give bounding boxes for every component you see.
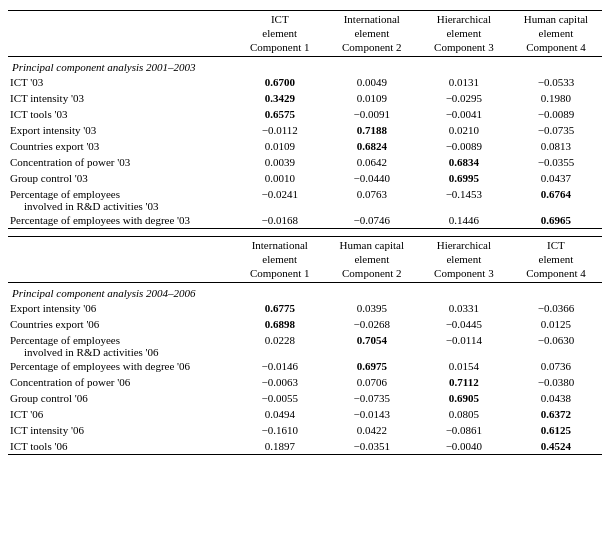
section-title-1: Principal component analysis 2001–2003 xyxy=(8,57,602,75)
col3-top: Hierarchical xyxy=(418,11,510,26)
table-row: Percentage of employees with degree '03 … xyxy=(8,212,602,229)
col2-top: International xyxy=(326,11,418,26)
table-row: Percentage of employees involved in R&D … xyxy=(8,332,602,358)
t2-col4-top: ICT xyxy=(510,237,602,252)
t2-col1-top: International xyxy=(234,237,326,252)
table-row: Export intensity '03 −0.0112 0.7188 0.02… xyxy=(8,122,602,138)
table-row: Group control '06 −0.0055 −0.0735 0.6905… xyxy=(8,390,602,406)
t2-comp1: Component 1 xyxy=(234,265,326,283)
main-table: ICT International Hierarchical Human cap… xyxy=(8,10,602,455)
table-row: ICT '03 0.6700 0.0049 0.0131 −0.0533 xyxy=(8,74,602,90)
table-row: ICT intensity '06 −0.1610 0.0422 −0.0861… xyxy=(8,422,602,438)
t2-comp4: Component 4 xyxy=(510,265,602,283)
table-row: Countries export '03 0.0109 0.6824 −0.00… xyxy=(8,138,602,154)
section-title-2: Principal component analysis 2004–2006 xyxy=(8,283,602,301)
table-row: Percentage of employees with degree '06 … xyxy=(8,358,602,374)
t2-col2-bottom: element xyxy=(326,251,418,265)
t2-comp3: Component 3 xyxy=(418,265,510,283)
t2-col4-bottom: element xyxy=(510,251,602,265)
table-row: ICT '06 0.0494 −0.0143 0.0805 0.6372 xyxy=(8,406,602,422)
t2-col2-top: Human capital xyxy=(326,237,418,252)
col3-bottom: element xyxy=(418,25,510,39)
table-row: ICT tools '03 0.6575 −0.0091 −0.0041 −0.… xyxy=(8,106,602,122)
table-row: Concentration of power '06 −0.0063 0.070… xyxy=(8,374,602,390)
col2-bottom: element xyxy=(326,25,418,39)
t2-comp2: Component 2 xyxy=(326,265,418,283)
table-row: ICT intensity '03 0.3429 0.0109 −0.0295 … xyxy=(8,90,602,106)
col4-bottom: element xyxy=(510,25,602,39)
table-row: Percentage of employees involved in R&D … xyxy=(8,186,602,212)
col1-top: ICT xyxy=(234,11,326,26)
table-row: Group control '03 0.0010 −0.0440 0.6995 … xyxy=(8,170,602,186)
table-row: ICT tools '06 0.1897 −0.0351 −0.0040 0.4… xyxy=(8,438,602,455)
t1-comp1: Component 1 xyxy=(234,39,326,57)
col4-top: Human capital xyxy=(510,11,602,26)
table-row: Countries export '06 0.6898 −0.0268 −0.0… xyxy=(8,316,602,332)
table-row: Export intensity '06 0.6775 0.0395 0.033… xyxy=(8,300,602,316)
col1-bottom: element xyxy=(234,25,326,39)
t1-comp4: Component 4 xyxy=(510,39,602,57)
t2-col3-top: Hierarchical xyxy=(418,237,510,252)
t2-col1-bottom: element xyxy=(234,251,326,265)
table-row: Concentration of power '03 0.0039 0.0642… xyxy=(8,154,602,170)
t1-comp3: Component 3 xyxy=(418,39,510,57)
t1-comp2: Component 2 xyxy=(326,39,418,57)
t2-col3-bottom: element xyxy=(418,251,510,265)
